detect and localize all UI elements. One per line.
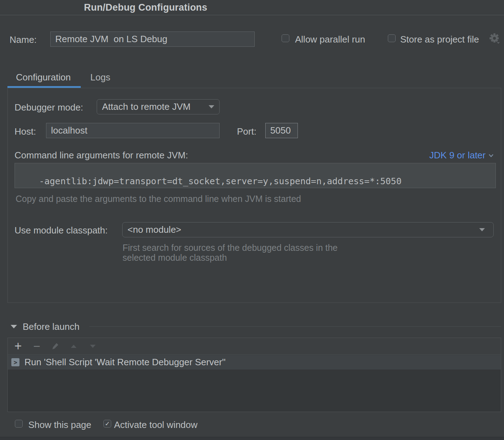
- name-input-value: Remote JVM on LS Debug: [55, 34, 168, 45]
- command-line-args-hint: Copy and paste the arguments to the comm…: [16, 194, 301, 204]
- jdk-version-selector[interactable]: JDK 9 or later: [429, 150, 494, 161]
- port-input[interactable]: 5050: [265, 123, 298, 138]
- host-input[interactable]: localhost: [46, 123, 220, 138]
- command-line-args-label: Command line arguments for remote JVM:: [15, 150, 188, 161]
- allow-parallel-run-label[interactable]: Allow parallel run: [295, 34, 365, 45]
- before-launch-title: Before launch: [23, 321, 79, 332]
- chevron-down-icon: [209, 105, 214, 108]
- before-launch-panel: + − > Run 'Shell Script 'Wait Remote Deb…: [7, 338, 501, 412]
- activate-tool-window-label[interactable]: Activate tool window: [114, 419, 198, 430]
- module-classpath-hint: First search for sources of the debugged…: [123, 243, 360, 263]
- dialog-title-bar: Run/Debug Configurations: [0, 0, 504, 15]
- chevron-down-icon: [488, 154, 494, 157]
- store-as-project-file-checkbox[interactable]: [388, 34, 396, 42]
- module-classpath-dropdown[interactable]: <no module>: [122, 222, 494, 237]
- chevron-down-icon: [479, 228, 485, 231]
- move-task-down-button[interactable]: [87, 340, 99, 352]
- module-classpath-value: <no module>: [128, 224, 181, 235]
- store-as-project-file-label[interactable]: Store as project file: [400, 34, 479, 45]
- edit-task-button[interactable]: [49, 340, 61, 352]
- jdk-version-label: JDK 9 or later: [429, 150, 486, 161]
- arrow-down-icon: [90, 345, 96, 348]
- run-shell-script-icon: >: [11, 358, 19, 366]
- gear-icon[interactable]: [489, 33, 500, 44]
- configuration-panel: Debugger mode: Attach to remote JVM Host…: [7, 88, 501, 303]
- name-input[interactable]: Remote JVM on LS Debug: [50, 32, 255, 47]
- show-this-page-label[interactable]: Show this page: [28, 419, 91, 430]
- activate-tool-window-checkbox[interactable]: [103, 420, 111, 428]
- before-launch-divider: [89, 326, 501, 327]
- port-input-value: 5050: [270, 125, 291, 136]
- debugger-mode-dropdown[interactable]: Attach to remote JVM: [97, 99, 220, 114]
- arrow-up-icon: [71, 345, 77, 348]
- show-this-page-checkbox[interactable]: [15, 420, 23, 428]
- command-line-args-textarea[interactable]: -agentlib:jdwp=transport=dt_socket,serve…: [15, 163, 496, 188]
- tab-logs[interactable]: Logs: [90, 72, 110, 83]
- name-label: Name:: [10, 34, 37, 45]
- debugger-mode-value: Attach to remote JVM: [102, 101, 191, 112]
- before-launch-task-row[interactable]: > Run 'Shell Script 'Wait Remote Debugge…: [8, 355, 501, 370]
- pencil-icon: [51, 342, 60, 350]
- task-label: Run 'Shell Script 'Wait Remote Debugger …: [24, 357, 226, 368]
- before-launch-toolbar: + −: [8, 338, 501, 355]
- dialog-title: Run/Debug Configurations: [84, 0, 207, 15]
- tab-configuration[interactable]: Configuration: [16, 72, 71, 83]
- host-input-value: localhost: [51, 125, 87, 136]
- port-label: Port:: [237, 126, 256, 137]
- host-label: Host:: [15, 126, 36, 137]
- move-task-up-button[interactable]: [68, 340, 80, 352]
- bottom-divider: [0, 437, 504, 440]
- debugger-mode-label: Debugger mode:: [15, 102, 83, 113]
- module-classpath-label: Use module classpath:: [15, 225, 108, 236]
- command-line-args-value: -agentlib:jdwp=transport=dt_socket,serve…: [39, 176, 402, 186]
- remove-task-button[interactable]: −: [31, 340, 43, 352]
- collapse-triangle-icon[interactable]: [11, 325, 17, 328]
- allow-parallel-run-checkbox[interactable]: [282, 34, 289, 42]
- add-task-button[interactable]: +: [12, 340, 24, 352]
- before-launch-header[interactable]: Before launch: [11, 322, 79, 332]
